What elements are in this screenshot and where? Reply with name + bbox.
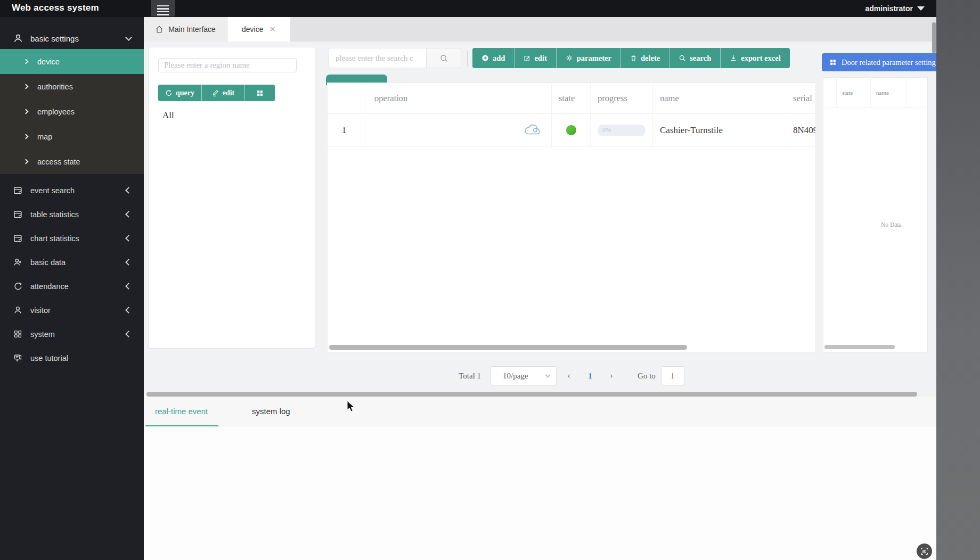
search-icon [679, 54, 686, 62]
sidebar-item-system[interactable]: system [0, 322, 144, 346]
edit-button[interactable]: edit [514, 48, 556, 68]
tab-device[interactable]: device ✕ [227, 17, 290, 42]
chevron-right-icon [23, 109, 29, 114]
calendar-icon [13, 233, 23, 243]
page-number[interactable]: 1 [581, 372, 599, 381]
sidebar-item-visitor[interactable]: visitor [0, 298, 144, 322]
door-col-state: state [837, 78, 871, 107]
region-button-group: query edit [158, 85, 275, 101]
tutorial-board-icon [13, 353, 23, 363]
col-operation: operation [361, 83, 552, 113]
clock-circle-icon [13, 281, 23, 291]
sidebar-item-access-state[interactable]: access state [0, 149, 144, 174]
export-excel-button[interactable]: export excel [720, 48, 789, 68]
sidebar-group-label: basic settings [30, 34, 126, 43]
tab-main-interface[interactable]: Main Interface [144, 17, 227, 42]
search-submit-button[interactable] [426, 48, 461, 68]
sidebar-item-authorities[interactable]: authorities [0, 74, 144, 99]
chevron-down-icon [917, 6, 925, 11]
total-count: Total 1 [459, 372, 481, 381]
region-panel: query edit All [148, 47, 315, 349]
door-parameter-panel: state name No Data [823, 77, 928, 352]
query-button[interactable]: query [158, 85, 201, 101]
device-table-header: operation state progress name serial [328, 83, 816, 114]
plus-circle-icon [481, 54, 489, 62]
row-index: 1 [328, 114, 361, 146]
download-icon [730, 54, 737, 62]
cloud-upgrade-icon[interactable] [524, 123, 542, 137]
calendar-icon [13, 209, 23, 219]
edit-region-button[interactable]: edit [201, 85, 244, 101]
grid-icon [829, 59, 837, 66]
add-button[interactable]: add [472, 48, 514, 68]
chevron-left-icon [125, 259, 132, 266]
col-serial: serial [786, 83, 816, 113]
trash-icon [630, 54, 637, 62]
tab-real-time-event[interactable]: real-time event [155, 407, 218, 416]
delete-button[interactable]: delete [620, 48, 669, 68]
sidebar-item-employees[interactable]: employees [0, 99, 144, 124]
top-bar: Web access system administrator [0, 0, 936, 17]
parameter-button[interactable]: parameter [556, 48, 620, 68]
progress-bar: 0% [598, 125, 646, 136]
device-search [329, 48, 461, 68]
sidebar-group-basic-settings[interactable]: basic settings [0, 28, 144, 49]
device-search-input[interactable] [329, 48, 426, 68]
sidebar-item-device[interactable]: device [0, 49, 144, 74]
online-status-dot [566, 125, 576, 135]
goto-page-input[interactable] [661, 366, 684, 385]
scan-log-floating-button[interactable] [917, 543, 932, 559]
door-table-header: state name [823, 78, 928, 108]
active-tab-underline [145, 425, 218, 426]
tab-system-log[interactable]: system log [252, 407, 290, 416]
sidebar-item-basic-data[interactable]: basic data [0, 250, 144, 274]
sidebar-item-use-tutorial[interactable]: use tutorial [0, 346, 144, 370]
sidebar-item-map[interactable]: map [0, 124, 144, 149]
device-table: operation state progress name serial 1 0… [327, 83, 816, 352]
hamburger-menu-button[interactable] [151, 0, 175, 17]
table-horizontal-scrollbar[interactable] [329, 345, 687, 350]
app-title: Web access system [12, 3, 99, 13]
chevron-right-icon [23, 159, 29, 164]
sidebar-item-event-search[interactable]: event search [0, 178, 144, 202]
sidebar-item-chart-statistics[interactable]: chart statistics [0, 226, 144, 250]
sidebar-items: event search table statistics chart stat… [0, 178, 144, 370]
divider [467, 51, 468, 66]
page-vertical-scrollbar[interactable] [932, 22, 936, 53]
sidebar-item-attendance[interactable]: attendance [0, 274, 144, 298]
user-name: administrator [865, 4, 913, 13]
col-progress: progress [591, 83, 653, 113]
calendar-icon [13, 185, 23, 195]
door-panel-scrollbar[interactable] [824, 345, 895, 349]
col-state: state [552, 83, 591, 113]
pencil-icon [212, 89, 219, 96]
region-tree-root[interactable]: All [162, 110, 174, 121]
no-data-label: No Data [881, 221, 902, 228]
app-window: Web access system administrator basic se… [0, 0, 936, 560]
close-icon[interactable]: ✕ [269, 24, 276, 34]
chevron-left-icon [125, 235, 132, 242]
search-button[interactable]: search [669, 48, 720, 68]
chevron-down-icon [545, 373, 551, 378]
table-row[interactable]: 1 0% Cashier-Turnstile 8N409 [328, 114, 816, 147]
grid-icon [256, 89, 264, 97]
region-search-input[interactable] [158, 58, 297, 72]
page-size-select[interactable]: 10/page [491, 366, 557, 385]
user-menu[interactable]: administrator [865, 0, 925, 17]
person-icon [13, 305, 23, 315]
bottom-panel: real-time event system log [144, 397, 936, 560]
row-operation [361, 114, 552, 146]
next-page-button[interactable]: › [599, 371, 624, 381]
device-toolbar: add edit parameter delete search export … [472, 48, 790, 68]
prev-page-button[interactable]: ‹ [557, 371, 581, 381]
sidebar-item-table-statistics[interactable]: table statistics [0, 202, 144, 226]
desktop-background [936, 0, 980, 560]
chevron-left-icon [125, 187, 132, 194]
page-horizontal-scrollbar[interactable] [146, 392, 917, 397]
chevron-left-icon [125, 283, 132, 290]
pencil-square-icon [524, 55, 530, 62]
chevron-left-icon [125, 211, 132, 218]
chevron-right-icon [23, 134, 29, 139]
grid-view-button[interactable] [244, 85, 275, 101]
door-related-parameter-button[interactable]: Door related parameter setting [822, 53, 936, 71]
